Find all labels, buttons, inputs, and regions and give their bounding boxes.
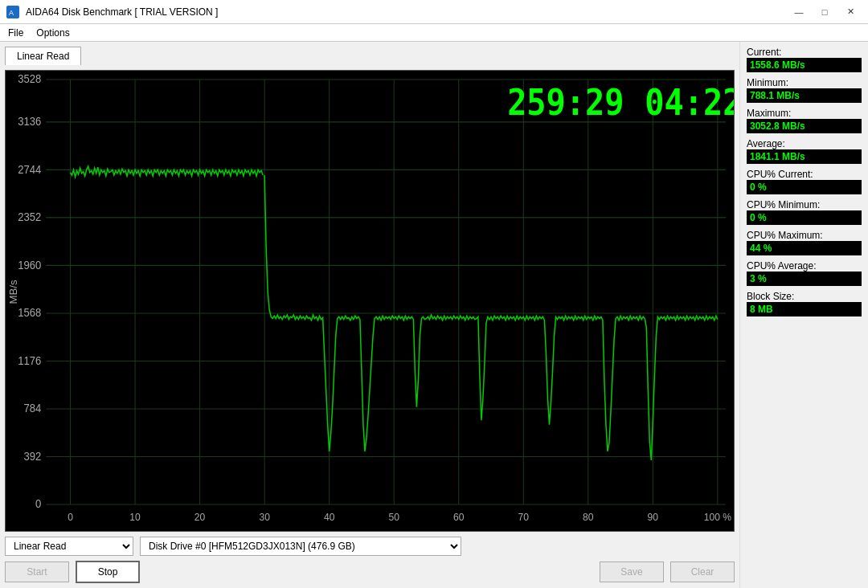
cpu-max-value: 44 % [747, 241, 862, 255]
main-content: Linear Read [0, 42, 868, 588]
svg-text:20: 20 [194, 511, 205, 523]
save-button[interactable]: Save [600, 561, 664, 582]
start-button[interactable]: Start [5, 561, 69, 582]
minimum-value: 788.1 MB/s [747, 88, 862, 103]
svg-text:50: 50 [388, 511, 399, 523]
maximize-button[interactable]: □ [813, 4, 836, 20]
tab-bar: Linear Read [5, 47, 735, 65]
app-icon: A [6, 6, 19, 18]
button-row: Start Stop Save Clear [5, 561, 735, 583]
block-size-label: Block Size: [747, 291, 794, 302]
options-menu[interactable]: Options [31, 26, 74, 40]
svg-text:04:22: 04:22 [645, 82, 734, 123]
bottom-controls: Linear Read Disk Drive #0 [HFM512GD3JX01… [5, 537, 735, 583]
average-stat: Average: 1841.1 MB/s [747, 138, 862, 164]
cpu-min-stat: CPU% Minimum: 0 % [747, 199, 862, 225]
title-buttons[interactable]: — □ ✕ [788, 4, 862, 20]
drive-select[interactable]: Disk Drive #0 [HFM512GD3JX013N] (476.9 G… [140, 537, 461, 556]
svg-text:MB/s: MB/s [9, 280, 19, 304]
cpu-avg-label: CPU% Average: [747, 260, 817, 272]
cpu-min-label: CPU% Minimum: [747, 199, 820, 210]
cpu-max-stat: CPU% Maximum: 44 % [747, 230, 862, 255]
svg-text:1176: 1176 [18, 354, 41, 367]
svg-text:1960: 1960 [18, 259, 41, 272]
svg-text:2352: 2352 [18, 211, 41, 224]
menu-bar: File Options [0, 24, 868, 42]
cpu-min-value: 0 % [747, 210, 862, 225]
svg-text:1568: 1568 [18, 307, 41, 320]
current-value: 1558.6 MB/s [747, 58, 862, 72]
average-label: Average: [747, 138, 785, 149]
svg-text:784: 784 [23, 402, 41, 415]
selector-row: Linear Read Disk Drive #0 [HFM512GD3JX01… [5, 537, 735, 556]
current-stat: Current: 1558.6 MB/s [747, 47, 862, 72]
right-panel: Current: 1558.6 MB/s Minimum: 788.1 MB/s… [739, 42, 868, 588]
svg-text:10: 10 [129, 511, 140, 523]
minimum-label: Minimum: [747, 77, 788, 88]
average-value: 1841.1 MB/s [747, 149, 862, 164]
cpu-avg-stat: CPU% Average: 3 % [747, 260, 862, 286]
cpu-current-label: CPU% Current: [747, 169, 813, 180]
svg-text:A: A [9, 9, 14, 17]
svg-text:40: 40 [324, 511, 334, 523]
title-bar: A AIDA64 Disk Benchmark [ TRIAL VERSION … [0, 0, 868, 24]
svg-text:3136: 3136 [18, 116, 41, 129]
block-size-stat: Block Size: 8 MB [747, 291, 862, 316]
maximum-value: 3052.8 MB/s [747, 119, 862, 133]
clear-button[interactable]: Clear [670, 561, 735, 582]
close-button[interactable]: ✕ [839, 4, 862, 20]
svg-rect-2 [6, 71, 734, 531]
svg-text:3528: 3528 [18, 73, 41, 86]
test-type-select[interactable]: Linear Read [5, 537, 133, 556]
svg-text:90: 90 [648, 511, 658, 523]
cpu-current-value: 0 % [747, 180, 862, 194]
title-bar-left: A AIDA64 Disk Benchmark [ TRIAL VERSION … [6, 6, 218, 18]
svg-text:100 %: 100 % [704, 511, 731, 523]
minimize-button[interactable]: — [788, 4, 810, 20]
svg-text:0: 0 [68, 511, 73, 523]
stop-button[interactable]: Stop [76, 561, 140, 583]
tab-linear-read[interactable]: Linear Read [5, 47, 81, 65]
svg-text:0: 0 [35, 498, 42, 511]
cpu-max-label: CPU% Maximum: [747, 230, 823, 241]
maximum-stat: Maximum: 3052.8 MB/s [747, 108, 862, 133]
maximum-label: Maximum: [747, 108, 791, 119]
svg-text:259:29: 259:29 [507, 82, 624, 123]
svg-text:80: 80 [583, 511, 593, 523]
svg-text:70: 70 [518, 511, 529, 523]
minimum-stat: Minimum: 788.1 MB/s [747, 77, 862, 103]
cpu-current-stat: CPU% Current: 0 % [747, 169, 862, 194]
benchmark-chart: 0 392 784 1176 1568 1960 2352 2744 3136 … [6, 71, 734, 531]
current-label: Current: [747, 47, 781, 58]
left-panel: Linear Read [0, 42, 739, 588]
cpu-avg-value: 3 % [747, 272, 862, 286]
svg-text:2744: 2744 [18, 163, 41, 176]
chart-area: 0 392 784 1176 1568 1960 2352 2744 3136 … [5, 70, 735, 532]
svg-text:30: 30 [259, 511, 269, 523]
window-title: AIDA64 Disk Benchmark [ TRIAL VERSION ] [26, 6, 218, 18]
file-menu[interactable]: File [3, 26, 28, 40]
block-size-value: 8 MB [747, 302, 862, 316]
svg-text:392: 392 [23, 450, 41, 463]
svg-text:60: 60 [453, 511, 464, 523]
